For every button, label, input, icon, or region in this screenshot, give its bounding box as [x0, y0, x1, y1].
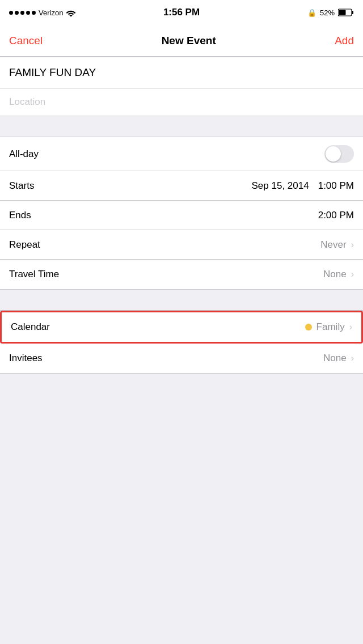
svg-rect-2 — [339, 10, 346, 15]
repeat-row[interactable]: Repeat Never › — [0, 230, 363, 260]
lock-icon: 🔒 — [307, 9, 316, 17]
location-section — [0, 88, 363, 116]
bottom-spacer — [0, 374, 363, 419]
calendar-section: Calendar Family › Invitees None › — [0, 310, 363, 374]
calendar-color-dot — [305, 324, 312, 331]
invitees-label: Invitees — [9, 353, 323, 364]
invitees-value: None — [323, 353, 347, 364]
all-day-row: All-day — [0, 137, 363, 171]
calendar-row[interactable]: Calendar Family › — [2, 312, 361, 342]
calendar-chevron-icon: › — [349, 322, 352, 332]
signal-dot-3 — [20, 11, 24, 15]
status-time: 1:56 PM — [163, 7, 200, 18]
invitees-row[interactable]: Invitees None › — [0, 344, 363, 373]
add-button[interactable]: Add — [335, 35, 354, 47]
signal-dot-2 — [15, 11, 19, 15]
battery-percent: 52% — [320, 9, 335, 17]
travel-time-value: None — [323, 269, 347, 280]
datetime-section: All-day Starts Sep 15, 2014 1:00 PM Ends… — [0, 137, 363, 290]
starts-date: Sep 15, 2014 — [252, 180, 309, 192]
status-left: Verizon — [9, 9, 76, 17]
status-bar: Verizon 1:56 PM 🔒 52% — [0, 0, 363, 25]
calendar-label: Calendar — [11, 321, 305, 333]
travel-time-chevron-icon: › — [351, 269, 354, 279]
repeat-chevron-icon: › — [351, 240, 354, 250]
signal-dot-1 — [9, 11, 13, 15]
ends-label: Ends — [9, 210, 318, 221]
title-input[interactable] — [0, 57, 363, 88]
calendar-value: Family — [316, 321, 345, 333]
starts-time: 1:00 PM — [318, 180, 354, 192]
nav-title: New Event — [162, 35, 216, 47]
signal-dot-4 — [26, 11, 30, 15]
cancel-button[interactable]: Cancel — [9, 35, 43, 47]
travel-time-row[interactable]: Travel Time None › — [0, 260, 363, 289]
invitees-chevron-icon: › — [351, 353, 354, 363]
signal-dots — [9, 11, 36, 15]
toggle-knob — [326, 146, 341, 162]
calendar-row-highlight: Calendar Family › — [0, 311, 363, 344]
spacer-1 — [0, 116, 363, 137]
carrier-label: Verizon — [39, 9, 63, 17]
status-right: 🔒 52% — [307, 9, 354, 17]
starts-row[interactable]: Starts Sep 15, 2014 1:00 PM — [0, 171, 363, 201]
location-input[interactable] — [0, 88, 363, 116]
all-day-toggle[interactable] — [324, 145, 354, 163]
travel-time-label: Travel Time — [9, 269, 323, 280]
svg-rect-1 — [352, 11, 354, 14]
nav-bar: Cancel New Event Add — [0, 25, 363, 57]
repeat-label: Repeat — [9, 239, 320, 251]
signal-dot-5 — [32, 11, 36, 15]
repeat-value: Never — [320, 239, 346, 251]
wifi-icon — [66, 9, 76, 16]
ends-time: 2:00 PM — [318, 210, 354, 221]
spacer-2 — [0, 290, 363, 310]
title-section — [0, 57, 363, 88]
ends-row[interactable]: Ends 2:00 PM — [0, 201, 363, 230]
battery-icon — [338, 9, 354, 16]
all-day-label: All-day — [9, 149, 324, 160]
starts-label: Starts — [9, 180, 252, 192]
